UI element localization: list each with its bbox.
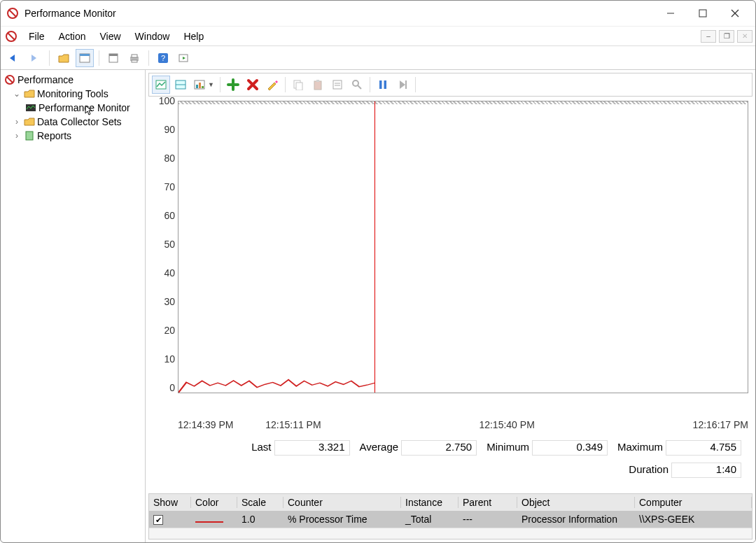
- svg-line-1: [9, 10, 16, 17]
- chart-plot[interactable]: [178, 101, 748, 393]
- grid-scrollbar[interactable]: [149, 528, 752, 539]
- svg-line-37: [358, 85, 361, 89]
- tree-label: Data Collector Sets: [37, 116, 122, 127]
- folder-icon: [24, 88, 35, 99]
- tree-root-performance[interactable]: Performance: [2, 73, 144, 87]
- cell-parent: ---: [458, 514, 517, 525]
- back-button[interactable]: [5, 49, 23, 67]
- export-button[interactable]: [104, 49, 122, 67]
- stat-label-maximum: Maximum: [617, 441, 666, 453]
- tree-label: Monitoring Tools: [37, 88, 108, 99]
- highlight-button[interactable]: [263, 76, 281, 94]
- stat-label-average: Average: [360, 441, 402, 453]
- svg-rect-21: [26, 132, 33, 140]
- svg-rect-27: [199, 83, 201, 88]
- cell-instance: _Total: [401, 514, 458, 525]
- svg-line-19: [7, 77, 13, 83]
- svg-rect-40: [405, 80, 407, 89]
- y-tick: 30: [153, 296, 178, 325]
- svg-point-36: [353, 80, 358, 86]
- col-scale[interactable]: Scale: [237, 497, 284, 508]
- stats-bar: Last3.321 Average2.750 Minimum0.349 Maxi…: [153, 440, 741, 478]
- x-tick: 12:15:11 PM: [265, 419, 321, 430]
- update-button[interactable]: [393, 76, 412, 94]
- stat-average: 2.750: [401, 440, 477, 456]
- tree-data-collector-sets[interactable]: › Data Collector Sets: [2, 115, 144, 129]
- checkbox-icon[interactable]: ✔: [153, 515, 163, 525]
- copy-button[interactable]: [289, 76, 307, 94]
- menu-help[interactable]: Help: [176, 28, 211, 45]
- forward-button[interactable]: [26, 49, 44, 67]
- stat-minimum: 0.349: [532, 440, 608, 456]
- col-parent[interactable]: Parent: [458, 497, 517, 508]
- menu-window[interactable]: Window: [128, 28, 177, 45]
- col-show[interactable]: Show: [149, 497, 191, 508]
- x-axis: 12:14:39 PM 12:15:11 PM 12:15:40 PM 12:1…: [178, 416, 748, 430]
- delete-counter-button[interactable]: [244, 76, 262, 94]
- col-computer[interactable]: Computer: [635, 497, 752, 508]
- cell-color: [191, 514, 237, 525]
- print-button[interactable]: [125, 49, 144, 67]
- window-title: Performance Monitor: [24, 8, 116, 19]
- grid-header[interactable]: Show Color Scale Counter Instance Parent…: [149, 494, 752, 511]
- chart-area: 1009080706050403020100 12:14:39 PM 12:15…: [153, 101, 748, 488]
- counters-grid[interactable]: Show Color Scale Counter Instance Parent…: [148, 493, 752, 540]
- menu-view[interactable]: View: [92, 28, 127, 45]
- tree-performance-monitor[interactable]: Performance Monitor: [2, 101, 144, 115]
- cell-show[interactable]: ✔: [149, 514, 191, 526]
- y-tick: 70: [153, 181, 178, 210]
- cell-counter: % Processor Time: [284, 514, 401, 525]
- grid-row[interactable]: ✔ 1.0 % Processor Time _Total --- Proces…: [149, 511, 752, 528]
- mmc-minimize-button[interactable]: –: [701, 30, 716, 43]
- show-hide-tree-button[interactable]: [55, 49, 73, 67]
- view-log-button[interactable]: [152, 76, 170, 94]
- y-axis: 1009080706050403020100: [153, 101, 178, 416]
- tree-label: Performance Monitor: [38, 102, 130, 113]
- mmc-close-button[interactable]: ✕: [737, 30, 752, 43]
- svg-rect-38: [379, 80, 382, 89]
- menu-action[interactable]: Action: [52, 28, 93, 45]
- mmc-restore-button[interactable]: ❐: [719, 30, 734, 43]
- titlebar: Performance Monitor: [1, 1, 755, 26]
- stat-label-last: Last: [251, 441, 274, 453]
- y-tick: 0: [153, 382, 178, 411]
- y-tick: 20: [153, 325, 178, 353]
- col-instance[interactable]: Instance: [401, 497, 458, 508]
- folder-icon: [24, 116, 35, 127]
- close-button[interactable]: [719, 3, 751, 24]
- col-counter[interactable]: Counter: [284, 497, 401, 508]
- col-object[interactable]: Object: [517, 497, 635, 508]
- y-tick: 60: [153, 210, 178, 239]
- svg-rect-28: [202, 86, 204, 88]
- view-current-button[interactable]: [172, 76, 190, 94]
- zoom-button[interactable]: [348, 76, 366, 94]
- svg-rect-32: [316, 80, 319, 82]
- paste-button[interactable]: [309, 76, 327, 94]
- run-button[interactable]: [175, 49, 193, 67]
- svg-rect-3: [699, 10, 706, 17]
- navigation-tree[interactable]: Performance ⌄ Monitoring Tools Performan…: [1, 70, 146, 542]
- expand-icon[interactable]: ›: [12, 117, 22, 127]
- add-counter-button[interactable]: [224, 76, 242, 94]
- stat-label-duration: Duration: [629, 463, 671, 475]
- svg-rect-33: [333, 80, 342, 89]
- expand-icon[interactable]: ›: [12, 131, 22, 141]
- stat-last: 3.321: [274, 440, 350, 456]
- col-color[interactable]: Color: [191, 497, 237, 508]
- change-graph-type-button[interactable]: ▼: [191, 76, 216, 94]
- collapse-icon[interactable]: ⌄: [12, 89, 22, 99]
- tree-label: Performance: [18, 74, 74, 85]
- x-tick: 12:15:40 PM: [479, 419, 534, 430]
- freeze-button[interactable]: [374, 76, 392, 94]
- tree-monitoring-tools[interactable]: ⌄ Monitoring Tools: [2, 87, 144, 101]
- properties-graph-button[interactable]: [328, 76, 346, 94]
- svg-line-7: [8, 33, 15, 40]
- svg-text:?: ?: [161, 54, 165, 62]
- maximize-button[interactable]: [687, 3, 719, 24]
- properties-button[interactable]: [76, 49, 94, 67]
- menu-file[interactable]: File: [22, 28, 52, 45]
- help-button[interactable]: ?: [154, 49, 172, 67]
- minimize-button[interactable]: [654, 3, 687, 24]
- tree-reports[interactable]: › Reports: [2, 129, 144, 143]
- x-tick: 12:14:39 PM: [178, 419, 233, 430]
